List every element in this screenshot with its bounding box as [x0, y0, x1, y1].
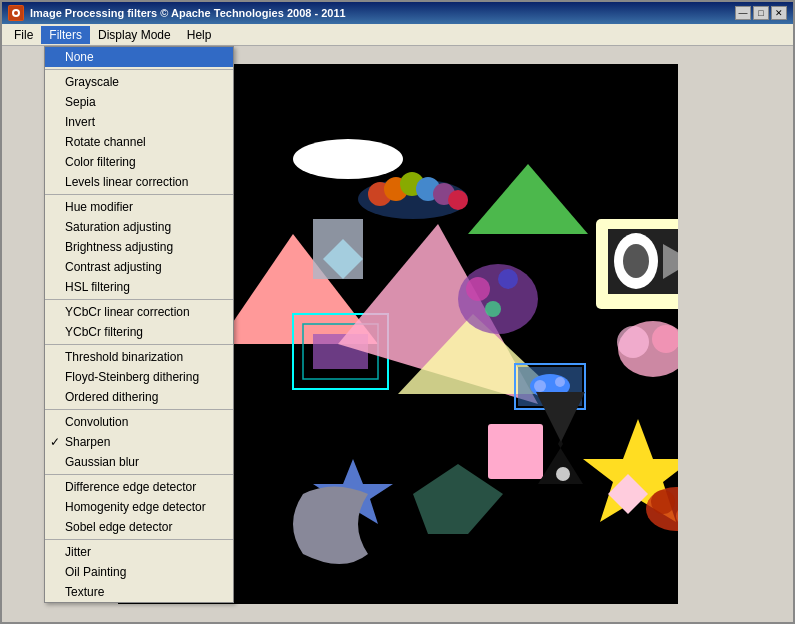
maximize-button[interactable]: □ [753, 6, 769, 20]
filter-floyd-steinberg-dithering[interactable]: Floyd-Steinberg dithering [45, 367, 233, 387]
filter-convolution[interactable]: Convolution [45, 412, 233, 432]
svg-point-33 [534, 380, 546, 392]
svg-point-17 [623, 244, 649, 278]
svg-point-28 [498, 269, 518, 289]
filter-hue-modifier[interactable]: Hue modifier [45, 197, 233, 217]
filter-gaussian-blur[interactable]: Gaussian blur [45, 452, 233, 472]
svg-point-2 [14, 11, 18, 15]
filter-color-filtering[interactable]: Color filtering [45, 152, 233, 172]
svg-point-27 [466, 277, 490, 301]
separator-1 [45, 69, 233, 70]
svg-point-40 [617, 326, 649, 358]
svg-point-42 [556, 467, 570, 481]
filter-grayscale[interactable]: Grayscale [45, 72, 233, 92]
filter-oil-painting[interactable]: Oil Painting [45, 562, 233, 582]
filter-ordered-dithering[interactable]: Ordered dithering [45, 387, 233, 407]
filter-none[interactable]: None [45, 47, 233, 67]
svg-point-4 [293, 139, 403, 179]
separator-5 [45, 409, 233, 410]
separator-2 [45, 194, 233, 195]
svg-point-34 [555, 377, 565, 387]
filter-sobel-edge-detector[interactable]: Sobel edge detector [45, 517, 233, 537]
filter-invert[interactable]: Invert [45, 112, 233, 132]
filter-levels-linear-correction[interactable]: Levels linear correction [45, 172, 233, 192]
filter-hsl-filtering[interactable]: HSL filtering [45, 277, 233, 297]
separator-7 [45, 539, 233, 540]
filter-threshold-binarization[interactable]: Threshold binarization [45, 347, 233, 367]
filter-sepia[interactable]: Sepia [45, 92, 233, 112]
filter-difference-edge-detector[interactable]: Difference edge detector [45, 477, 233, 497]
filter-ycbcr-linear-correction[interactable]: YCbCr linear correction [45, 302, 233, 322]
title-controls: — □ ✕ [735, 6, 787, 20]
svg-point-25 [448, 190, 468, 210]
filter-homogenity-edge-detector[interactable]: Homogenity edge detector [45, 497, 233, 517]
filter-sharpen[interactable]: Sharpen [45, 432, 233, 452]
svg-point-26 [458, 264, 538, 334]
filter-saturation-adjusting[interactable]: Saturation adjusting [45, 217, 233, 237]
menu-display-mode[interactable]: Display Mode [90, 26, 179, 44]
app-icon [8, 5, 24, 21]
svg-point-29 [485, 301, 501, 317]
filter-jitter[interactable]: Jitter [45, 542, 233, 562]
menu-help[interactable]: Help [179, 26, 220, 44]
minimize-button[interactable]: — [735, 6, 751, 20]
separator-4 [45, 344, 233, 345]
filter-contrast-adjusting[interactable]: Contrast adjusting [45, 257, 233, 277]
filter-rotate-channel[interactable]: Rotate channel [45, 132, 233, 152]
filter-ycbcr-filtering[interactable]: YCbCr filtering [45, 322, 233, 342]
separator-3 [45, 299, 233, 300]
title-bar-left: Image Processing filters © Apache Techno… [8, 5, 346, 21]
menu-file[interactable]: File [6, 26, 41, 44]
menu-bar: File Filters Display Mode Help None Gray… [2, 24, 793, 46]
title-bar: Image Processing filters © Apache Techno… [2, 2, 793, 24]
separator-6 [45, 474, 233, 475]
main-window: Image Processing filters © Apache Techno… [0, 0, 795, 624]
filter-brightness-adjusting[interactable]: Brightness adjusting [45, 237, 233, 257]
svg-rect-35 [488, 424, 543, 479]
filter-texture[interactable]: Texture [45, 582, 233, 602]
filters-dropdown: None Grayscale Sepia Invert Rotate chann… [44, 46, 234, 603]
window-title: Image Processing filters © Apache Techno… [30, 7, 346, 19]
close-button[interactable]: ✕ [771, 6, 787, 20]
svg-point-45 [651, 490, 675, 514]
menu-filters[interactable]: Filters [41, 26, 90, 44]
